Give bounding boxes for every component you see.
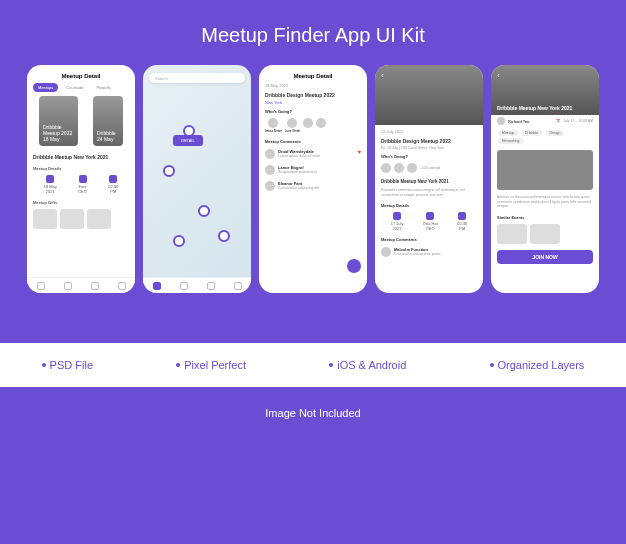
event-image — [497, 150, 593, 190]
nav-profile-icon[interactable] — [118, 282, 126, 290]
detail-time: 02.30PM — [457, 212, 467, 231]
gifts-row — [27, 207, 135, 231]
back-icon[interactable]: ‹ — [497, 71, 500, 80]
attendee-name: Jane Stride — [285, 129, 300, 133]
tab-courtside[interactable]: Courtside — [61, 83, 88, 92]
similar-heading: Similar Events — [491, 211, 599, 222]
whos-going-heading: Who's Going? — [259, 105, 367, 116]
nav-chat-icon[interactable] — [180, 282, 188, 290]
search-input[interactable]: Search — [149, 73, 245, 83]
tab-meetups[interactable]: Meetups — [33, 83, 58, 92]
avatar[interactable] — [381, 163, 391, 173]
card-title: Dribbble Meetup 2022 — [43, 124, 78, 136]
calendar-icon — [46, 175, 54, 183]
avatar[interactable] — [316, 118, 326, 128]
similar-row — [491, 222, 599, 246]
nav-home-icon[interactable] — [37, 282, 45, 290]
screen-title: Meetup Detail — [27, 65, 135, 83]
avatar[interactable] — [394, 163, 404, 173]
tag-pill[interactable]: Design — [546, 130, 565, 136]
event-heading: Dribbble Meetup New York 2021 — [27, 150, 135, 162]
avatar[interactable] — [381, 247, 391, 257]
detail-host: Orla HatCEO — [423, 212, 438, 231]
event-heading: Dribbble Design Meetup 2022 — [375, 134, 483, 146]
avatar[interactable] — [265, 181, 275, 191]
map-pin[interactable] — [218, 230, 230, 242]
tag-pill[interactable]: Meetup — [498, 130, 518, 136]
bullet-icon — [176, 363, 180, 367]
details-row: 18 May2021 ForeCEO 02.30PM — [27, 173, 135, 196]
bullet-icon — [42, 363, 46, 367]
map-pin[interactable] — [163, 165, 175, 177]
heart-icon[interactable]: ♥ — [357, 149, 361, 159]
bullet-icon — [490, 363, 494, 367]
screen-1: Meetup Detail Meetups Courtside Playoffs… — [27, 65, 135, 293]
back-icon[interactable]: ‹ — [381, 71, 384, 80]
detail-button[interactable]: DETAIL — [173, 135, 203, 146]
event-card[interactable]: Dribbble24 May — [93, 96, 123, 146]
comment-text: Lorem ipsum dolor sit amet — [278, 154, 354, 158]
details-row: 17 July2021 Orla HatCEO 02.30PM — [375, 210, 483, 233]
gift-item[interactable] — [87, 209, 111, 229]
nav-home-icon[interactable] — [153, 282, 161, 290]
comment-item: Lance BogrolSuspendisse potenti duis — [259, 162, 367, 178]
event-card[interactable]: Dribbble Meetup 202218 May — [39, 96, 78, 146]
avatar[interactable] — [265, 149, 275, 159]
similar-event-card[interactable] — [530, 224, 560, 244]
avatar[interactable] — [265, 165, 275, 175]
avatar[interactable] — [407, 163, 417, 173]
feature-item: Organized Layers — [490, 359, 585, 371]
avatar[interactable] — [287, 118, 297, 128]
page-title: Meetup Finder App UI Kit — [0, 0, 626, 65]
calendar-icon — [393, 212, 401, 220]
bullet-icon — [329, 363, 333, 367]
gift-item[interactable] — [33, 209, 57, 229]
attending-count: +145 attends — [420, 166, 440, 170]
details-heading: Meetup Details — [27, 162, 135, 173]
comments-heading: Meetup Comments — [259, 135, 367, 146]
gift-item[interactable] — [60, 209, 84, 229]
cover-image: ‹ — [375, 65, 483, 125]
detail-date: 17 July2021 — [391, 212, 404, 231]
bottom-nav — [143, 277, 251, 293]
nav-chat-icon[interactable] — [64, 282, 72, 290]
card-date: 24 May — [97, 136, 116, 142]
details-heading: Meetup Details — [375, 199, 483, 210]
screen-4: ‹ 19 July 2022 Dribbble Design Meetup 20… — [375, 65, 483, 293]
comment-item: Eleanor FantConsectetur adipiscing elit — [259, 178, 367, 194]
gifts-heading: Meetup Gifts — [27, 196, 135, 207]
map-view[interactable] — [143, 65, 251, 293]
tab-playoffs[interactable]: Playoffs — [91, 83, 115, 92]
event-description: Praesent commodo cursus magna vel sceler… — [375, 186, 483, 199]
comment-text: Cras mattis consectetur purus — [394, 252, 477, 256]
event-subheading: Dribbble Meetup New York 2021 — [375, 175, 483, 186]
similar-event-card[interactable] — [497, 224, 527, 244]
nav-calendar-icon[interactable] — [207, 282, 215, 290]
send-fab[interactable] — [347, 259, 361, 273]
user-icon — [79, 175, 87, 183]
features-bar: PSD File Pixel Perfect iOS & Android Org… — [0, 343, 626, 387]
comment-item: Druid WensleydaleLorem ipsum dolor sit a… — [259, 146, 367, 162]
event-heading: Dribbble Meetup New York 2021 — [497, 105, 572, 111]
map-pin[interactable] — [198, 205, 210, 217]
screen-3: Meetup Detail 18 May 2022 Dribbble Desig… — [259, 65, 367, 293]
tag-pill[interactable]: Dribbble — [521, 130, 542, 136]
author-name: Richard Tea — [508, 119, 529, 124]
avatar[interactable] — [303, 118, 313, 128]
avatar[interactable] — [497, 117, 505, 125]
event-heading: Dribbble Design Meetup 2022 — [259, 88, 367, 100]
attendees-row: Imtiaz Nirtan Jane Stride — [259, 116, 367, 135]
tabs: Meetups Courtside Playoffs — [27, 83, 135, 92]
map-pin[interactable] — [173, 235, 185, 247]
cover-image: ‹ Dribbble Meetup New York 2021 — [491, 65, 599, 115]
tag-pill[interactable]: Networking — [498, 138, 524, 144]
footer-note: Image Not Included — [0, 387, 626, 439]
user-icon — [426, 212, 434, 220]
feature-item: PSD File — [42, 359, 93, 371]
screen-2: Search DETAIL — [143, 65, 251, 293]
comment-text: Consectetur adipiscing elit — [278, 186, 361, 190]
join-button[interactable]: JOIN NOW — [497, 250, 593, 264]
nav-calendar-icon[interactable] — [91, 282, 99, 290]
avatar[interactable] — [268, 118, 278, 128]
nav-profile-icon[interactable] — [234, 282, 242, 290]
